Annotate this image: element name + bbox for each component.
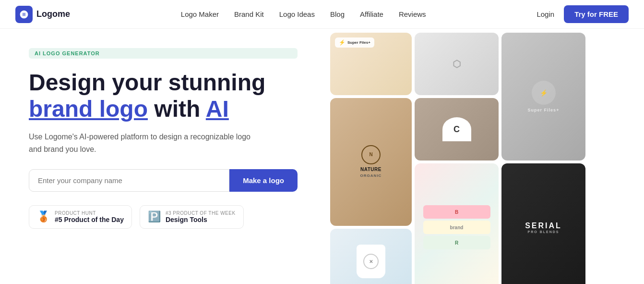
- grid-image-6: B brand R: [415, 163, 499, 284]
- page-body: AI LOGO GENERATOR Design your stunning b…: [0, 29, 644, 284]
- nav-link-reviews[interactable]: Reviews: [399, 10, 426, 18]
- product-hunt-badge-week: 🅿️ #3 PRODUCT OF THE WEEK Design Tools: [140, 205, 244, 229]
- nav-link-logo-maker[interactable]: Logo Maker: [181, 10, 219, 18]
- product-hunt-badge-day: 🥉 PRODUCT HUNT #5 Product of the Day: [29, 205, 132, 229]
- badge2-title: Design Tools: [166, 216, 236, 223]
- navigation: Logome Logo Maker Brand Kit Logo Ideas B…: [0, 0, 644, 29]
- nav-link-affiliate[interactable]: Affiliate: [360, 10, 383, 18]
- ai-badge: AI LOGO GENERATOR: [29, 48, 298, 59]
- try-free-button[interactable]: Try for FREE: [564, 5, 629, 23]
- nav-links: Logo Maker Brand Kit Logo Ideas Blog Aff…: [181, 10, 426, 18]
- grid-image-8: ✕: [330, 229, 412, 284]
- grid-image-5: C: [415, 98, 499, 161]
- medal-icon: 🥉: [37, 210, 50, 223]
- nav-link-blog[interactable]: Blog: [330, 10, 345, 18]
- heading-with: with: [154, 96, 206, 122]
- nav-link-brand-kit[interactable]: Brand Kit: [234, 10, 264, 18]
- login-link[interactable]: Login: [537, 10, 554, 18]
- logo-svg: [19, 10, 29, 19]
- grid-image-3: ⚡ Super Files+: [501, 33, 585, 161]
- hero-subtext: Use Logome's AI-powered platform to desi…: [29, 131, 259, 155]
- heading-highlight: brand logo: [29, 96, 148, 122]
- grid-image-4: N NATURE ORGANIC: [330, 98, 412, 226]
- logo[interactable]: Logome: [15, 6, 70, 23]
- logo-wordmark: Logome: [36, 9, 70, 19]
- hero-heading: Design your stunning brand logo with AI: [29, 69, 298, 122]
- grid-image-1: ⚡ Super Files+: [330, 33, 412, 95]
- heading-line1: Design your stunning: [29, 70, 265, 95]
- nav-link-logo-ideas[interactable]: Logo Ideas: [279, 10, 315, 18]
- company-name-input[interactable]: [29, 169, 229, 192]
- logo-input-row: Make a logo: [29, 169, 298, 192]
- badge1-label: PRODUCT HUNT: [55, 210, 124, 216]
- heading-ai: AI: [206, 96, 229, 122]
- producthunt-icon: 🅿️: [148, 210, 161, 223]
- grid-image-2: ⬡: [415, 33, 499, 95]
- grid-image-7: SERIAL PRO BLENDS: [501, 163, 585, 284]
- hero-image-grid: ⚡ Super Files+ ⬡ ⚡ Super Files+: [326, 29, 644, 284]
- award-badges: 🥉 PRODUCT HUNT #5 Product of the Day 🅿️ …: [29, 205, 298, 229]
- badge1-title: #5 Product of the Day: [55, 216, 124, 223]
- nav-right: Login Try for FREE: [537, 5, 629, 23]
- hero-section: AI LOGO GENERATOR Design your stunning b…: [0, 29, 326, 284]
- badge2-label: #3 PRODUCT OF THE WEEK: [166, 210, 236, 216]
- make-logo-button[interactable]: Make a logo: [229, 169, 298, 192]
- logo-icon: [15, 6, 33, 23]
